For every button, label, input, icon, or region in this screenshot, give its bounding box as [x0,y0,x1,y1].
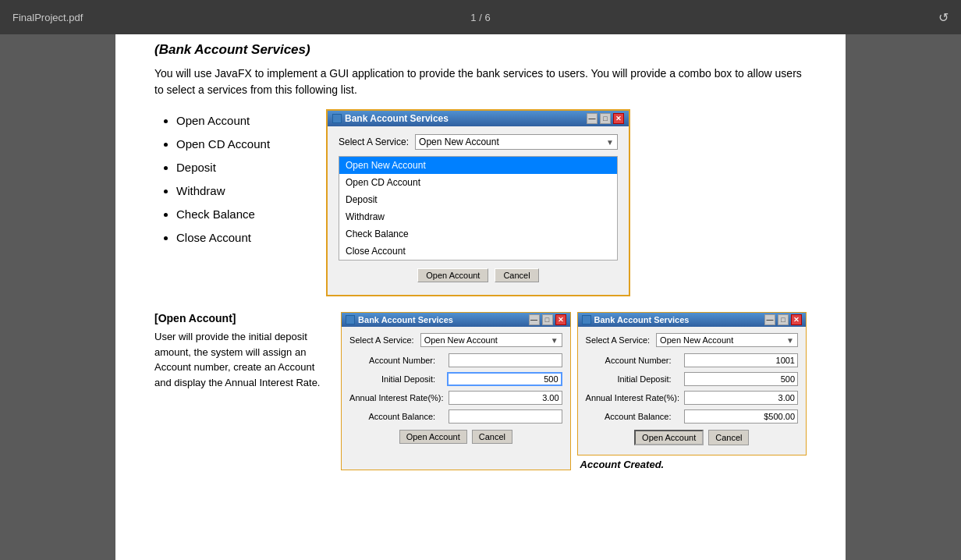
interest-rate-label: Annual Interest Rate(%): [349,393,443,402]
top-section: Open Account Open CD Account Deposit Wit… [154,109,807,296]
restore-button[interactable]: □ [778,314,789,325]
account-balance-label: Account Balance: [349,412,435,421]
minimize-button[interactable]: — [587,113,598,124]
initial-deposit-input[interactable] [447,372,562,386]
bottom-section: [Open Account] User will provide the ini… [154,312,807,470]
small-window2-title: Bank Account Services [358,315,453,324]
list-item: Open CD Account [176,133,310,156]
content-area: (Bank Account Services) You will use Jav… [115,34,846,560]
combo-arrow-icon: ▼ [786,336,794,345]
refresh-icon[interactable]: ↺ [938,10,949,25]
window-titlebar: Bank Account Services — □ ✕ [328,111,629,126]
services-list: Open Account Open CD Account Deposit Wit… [154,109,310,250]
list-item: Check Balance [176,203,310,226]
dropdown-item-close-account[interactable]: Close Account [339,243,617,260]
service-combo-box[interactable]: Open New Account ▼ [415,134,618,150]
window-footer: Open Account Cancel [339,265,618,284]
account-number-input[interactable] [449,353,562,367]
intro-paragraph: You will use JavaFX to implement a GUI a… [154,66,807,98]
win-controls: — □ ✕ [529,314,566,325]
account-number-row: Account Number: [349,353,562,367]
filename-label: FinalProject.pdf [12,12,83,23]
windows-column: Bank Account Services — □ ✕ Select A Ser… [341,312,807,470]
cancel-button[interactable]: Cancel [708,430,749,445]
combo-value: Open New Account [660,335,733,345]
page-info: 1 / 6 [470,12,490,23]
combo-arrow-icon: ▼ [551,336,559,345]
section2-text: User will provide the initial deposit am… [154,329,333,390]
window-services-dropdown: Bank Account Services — □ ✕ Select A Ser… [326,109,630,296]
interest-rate-row: Annual Interest Rate(%): [586,391,798,405]
close-button[interactable]: ✕ [791,314,802,325]
close-button[interactable]: ✕ [613,113,624,124]
small-window2-titlebar: Bank Account Services — □ ✕ [342,313,569,327]
combo-value: Open New Account [419,136,499,147]
list-item: Close Account [176,226,310,250]
open-account-button[interactable]: Open Account [634,430,704,445]
cancel-button[interactable]: Cancel [495,268,538,282]
interest-rate-input[interactable] [449,391,562,405]
account-balance-input[interactable] [449,409,562,424]
dropdown-item-open-cd[interactable]: Open CD Account [339,174,617,191]
dropdown-list: Open New Account Open CD Account Deposit… [339,156,618,261]
combo-arrow-icon: ▼ [606,138,614,147]
initial-deposit-input[interactable] [684,372,798,386]
section2-title: [Open Account] [154,312,333,324]
account-number-input[interactable] [684,353,798,367]
service-selector-row: Select A Service: Open New Account ▼ [339,134,618,150]
window3-footer: Open Account Cancel [586,428,798,447]
window-title: Bank Account Services [345,113,449,124]
open-account-button[interactable]: Open Account [417,268,488,282]
service-label: Select A Service: [586,335,651,345]
initial-deposit-label: Initial Deposit: [586,374,672,384]
combo-value: Open New Account [424,335,498,345]
window2-footer: Open Account Cancel [349,428,562,445]
service-label: Select A Service: [339,136,409,147]
account-number-row: Account Number: [586,353,798,367]
restore-button[interactable]: □ [600,113,611,124]
window3-container: Bank Account Services — □ ✕ Select A Ser… [577,312,807,470]
window-icon [332,114,342,123]
service-label: Select A Service: [349,335,414,345]
close-button[interactable]: ✕ [555,314,566,325]
service-row: Select A Service: Open New Account ▼ [349,333,562,347]
small-window3-body: Select A Service: Open New Account ▼ Acc… [578,327,806,455]
small-window2-body: Select A Service: Open New Account ▼ Acc… [342,327,569,453]
interest-rate-label: Annual Interest Rate(%): [586,393,679,402]
list-item: Withdraw [176,179,310,203]
initial-deposit-label: Initial Deposit: [349,374,435,384]
window-body: Select A Service: Open New Account ▼ Ope… [328,126,629,295]
service-combo[interactable]: Open New Account ▼ [420,333,562,347]
account-created-status: Account Created. [577,459,807,470]
dropdown-item-check-balance[interactable]: Check Balance [339,225,617,243]
account-balance-row: Account Balance: [349,409,562,424]
interest-rate-row: Annual Interest Rate(%): [349,391,562,405]
service-row: Select A Service: Open New Account ▼ [586,333,798,347]
list-item: Open Account [176,109,310,133]
interest-rate-input[interactable] [684,391,798,405]
cancel-button[interactable]: Cancel [472,430,512,444]
minimize-button[interactable]: — [529,314,540,325]
small-window3-title: Bank Account Services [594,315,690,324]
description-column: [Open Account] User will provide the ini… [154,312,333,390]
open-account-button[interactable]: Open Account [399,430,467,444]
restore-button[interactable]: □ [542,314,553,325]
section-heading: (Bank Account Services) [154,42,807,58]
window-open-account-filled: Bank Account Services — □ ✕ Select A Ser… [577,312,807,455]
list-item: Deposit [176,156,310,179]
dropdown-item-withdraw[interactable]: Withdraw [339,208,617,225]
window-icon [346,315,355,324]
small-window3-titlebar: Bank Account Services — □ ✕ [578,313,806,327]
top-bar: FinalProject.pdf 1 / 6 ↺ [0,0,961,34]
service-combo[interactable]: Open New Account ▼ [656,333,798,347]
dropdown-item-deposit[interactable]: Deposit [339,191,617,208]
minimize-button[interactable]: — [764,314,775,325]
account-balance-input[interactable] [684,409,798,424]
window-controls: — □ ✕ [587,113,624,124]
initial-deposit-row: Initial Deposit: [349,372,562,386]
window-open-account-empty: Bank Account Services — □ ✕ Select A Ser… [341,312,570,470]
window-icon [582,315,591,324]
win-controls: — □ ✕ [764,314,802,325]
dropdown-item-open-new[interactable]: Open New Account [339,157,617,174]
account-balance-label: Account Balance: [586,412,672,421]
